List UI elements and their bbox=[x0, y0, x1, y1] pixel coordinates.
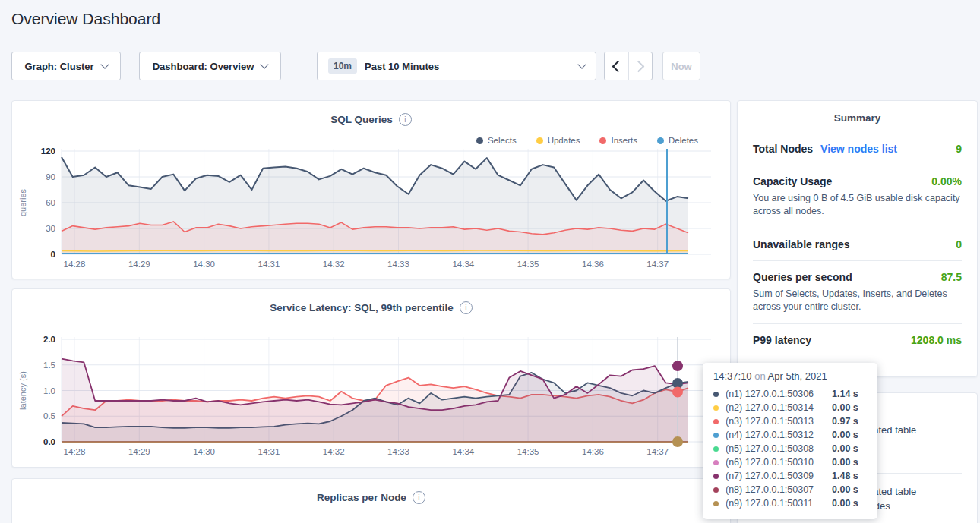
node-latency-value: 1.48 s bbox=[832, 471, 867, 481]
tooltip-node-row: (n8) 127.0.0.1:503070.00 s bbox=[713, 483, 867, 496]
tooltip-node-row: (n7) 127.0.0.1:503091.48 s bbox=[713, 469, 867, 483]
tooltip-date: Apr 5th, 2021 bbox=[768, 370, 827, 382]
svg-text:14:32: 14:32 bbox=[323, 447, 345, 456]
svg-text:14:35: 14:35 bbox=[517, 260, 539, 269]
svg-text:14:32: 14:32 bbox=[323, 260, 345, 269]
tooltip-node-row: (n2) 127.0.0.1:503140.00 s bbox=[713, 401, 867, 414]
svg-text:14:37: 14:37 bbox=[646, 260, 669, 269]
svg-text:1.0: 1.0 bbox=[43, 386, 55, 395]
svg-text:latency (s): latency (s) bbox=[18, 371, 27, 410]
node-latency-value: 0.00 s bbox=[832, 430, 867, 440]
toolbar-divider bbox=[302, 50, 302, 82]
svg-text:14:34: 14:34 bbox=[452, 447, 474, 456]
node-color-dot bbox=[713, 433, 719, 438]
replicas-per-node-chart-title: Replicas per Node bbox=[317, 492, 406, 503]
time-range-dropdown[interactable]: 10m Past 10 Minutes bbox=[317, 52, 596, 80]
tooltip-on: on bbox=[754, 370, 765, 382]
tooltip-node-row: (n3) 127.0.0.1:503130.97 s bbox=[713, 414, 867, 428]
capacity-usage-value: 0.00% bbox=[931, 175, 962, 187]
svg-text:14:30: 14:30 bbox=[193, 447, 215, 456]
replicas-per-node-chart-card: Replicas per Node i bbox=[11, 478, 731, 523]
node-color-dot bbox=[713, 460, 719, 465]
svg-text:14:28: 14:28 bbox=[64, 447, 86, 456]
svg-text:0.5: 0.5 bbox=[43, 411, 55, 421]
svg-text:60: 60 bbox=[46, 198, 55, 207]
node-address: (n6) 127.0.0.1:50310 bbox=[726, 457, 814, 468]
tooltip-node-row: (n6) 127.0.0.1:503100.00 s bbox=[713, 455, 867, 469]
node-latency-value: 0.00 s bbox=[832, 484, 867, 495]
node-color-dot bbox=[713, 487, 719, 493]
time-step-buttons bbox=[604, 52, 653, 80]
svg-text:14:33: 14:33 bbox=[387, 447, 409, 456]
sql-queries-chart-card: SQL Queries i SelectsUpdatesInsertsDelet… bbox=[11, 100, 731, 279]
summary-row-p99-latency: P99 latency 1208.0 ms bbox=[753, 323, 962, 356]
svg-text:14:34: 14:34 bbox=[452, 260, 474, 269]
node-color-dot bbox=[713, 405, 719, 411]
capacity-usage-description: You are using 0 B of 4.5 GiB usable disk… bbox=[753, 192, 962, 218]
tooltip-node-row: (n1) 127.0.0.1:503061.14 s bbox=[713, 387, 867, 401]
svg-text:14:37: 14:37 bbox=[646, 447, 669, 456]
p99-latency-label: P99 latency bbox=[753, 334, 811, 346]
svg-text:14:31: 14:31 bbox=[258, 447, 280, 456]
node-color-dot bbox=[713, 501, 719, 506]
svg-text:14:36: 14:36 bbox=[582, 260, 604, 269]
queries-per-second-description: Sum of Selects, Updates, Inserts, and De… bbox=[753, 288, 962, 313]
node-address: (n4) 127.0.0.1:50312 bbox=[726, 430, 814, 440]
svg-text:0.0: 0.0 bbox=[43, 437, 55, 446]
graph-dropdown[interactable]: Graph: Cluster bbox=[11, 52, 121, 80]
queries-per-second-label: Queries per second bbox=[753, 271, 852, 283]
dashboard-dropdown[interactable]: Dashboard: Overview bbox=[139, 52, 281, 80]
node-address: (n2) 127.0.0.1:50314 bbox=[726, 402, 814, 413]
overview-dashboard-page: Overview Dashboard Graph: Cluster Dashbo… bbox=[0, 0, 980, 523]
node-color-dot bbox=[713, 392, 719, 397]
unavailable-ranges-label: Unavailable ranges bbox=[753, 238, 850, 250]
tooltip-node-row: (n9) 127.0.0.1:503110.00 s bbox=[713, 496, 867, 510]
node-address: (n9) 127.0.0.1:50311 bbox=[726, 498, 813, 509]
total-nodes-label: Total Nodes bbox=[753, 143, 813, 155]
now-button[interactable]: Now bbox=[662, 52, 700, 80]
view-nodes-list-link[interactable]: View nodes list bbox=[820, 143, 897, 155]
sql-queries-chart[interactable]: 030609012014:2814:2914:3014:3114:3214:33… bbox=[12, 101, 732, 280]
svg-text:30: 30 bbox=[46, 224, 55, 233]
node-address: (n7) 127.0.0.1:50309 bbox=[726, 471, 814, 481]
svg-text:2.0: 2.0 bbox=[43, 335, 55, 344]
tooltip-time: 14:37:10 bbox=[713, 370, 752, 382]
node-latency-value: 0.00 s bbox=[832, 402, 867, 413]
time-next-button[interactable] bbox=[628, 52, 653, 80]
svg-text:14:29: 14:29 bbox=[128, 447, 150, 456]
time-prev-button[interactable] bbox=[605, 52, 628, 80]
total-nodes-value: 9 bbox=[956, 143, 962, 155]
service-latency-chart-card: Service Latency: SQL, 99th percentile i … bbox=[11, 288, 731, 468]
svg-text:0: 0 bbox=[51, 250, 55, 259]
node-address: (n1) 127.0.0.1:50306 bbox=[726, 389, 814, 399]
queries-per-second-value: 87.5 bbox=[941, 271, 962, 283]
chevron-left-icon bbox=[612, 60, 624, 72]
node-color-dot bbox=[713, 446, 719, 452]
svg-text:14:33: 14:33 bbox=[387, 260, 409, 269]
svg-text:120: 120 bbox=[41, 147, 55, 156]
tooltip-node-row: (n5) 127.0.0.1:503080.00 s bbox=[713, 442, 867, 455]
svg-text:14:35: 14:35 bbox=[517, 447, 539, 456]
info-icon[interactable]: i bbox=[413, 491, 425, 504]
service-latency-chart[interactable]: 0.00.51.01.52.014:2814:2914:3014:3114:32… bbox=[12, 289, 732, 468]
time-range-badge: 10m bbox=[328, 58, 357, 74]
graph-dropdown-label: Graph: Cluster bbox=[24, 61, 93, 72]
node-color-dot bbox=[713, 474, 719, 479]
node-color-dot bbox=[713, 419, 719, 424]
node-address: (n3) 127.0.0.1:50313 bbox=[726, 416, 814, 427]
chevron-down-icon bbox=[577, 60, 586, 68]
node-latency-value: 0.00 s bbox=[832, 443, 867, 454]
summary-row-queries-per-second: Queries per second 87.5 Sum of Selects, … bbox=[753, 260, 962, 323]
dashboard-dropdown-label: Dashboard: Overview bbox=[153, 61, 254, 72]
time-range-label: Past 10 Minutes bbox=[365, 61, 439, 72]
summary-heading: Summary bbox=[753, 101, 962, 133]
svg-text:1.5: 1.5 bbox=[43, 361, 55, 370]
page-title: Overview Dashboard bbox=[11, 10, 160, 28]
svg-text:90: 90 bbox=[46, 172, 55, 181]
node-latency-value: 0.00 s bbox=[832, 498, 867, 509]
svg-text:14:29: 14:29 bbox=[128, 260, 150, 269]
chart-hover-tooltip: 14:37:10 on Apr 5th, 2021 (n1) 127.0.0.1… bbox=[703, 363, 877, 519]
summary-row-total-nodes: Total Nodes View nodes list 9 bbox=[753, 133, 962, 165]
node-latency-value: 0.97 s bbox=[832, 416, 867, 427]
summary-panel: Summary Total Nodes View nodes list 9 Ca… bbox=[737, 100, 978, 377]
